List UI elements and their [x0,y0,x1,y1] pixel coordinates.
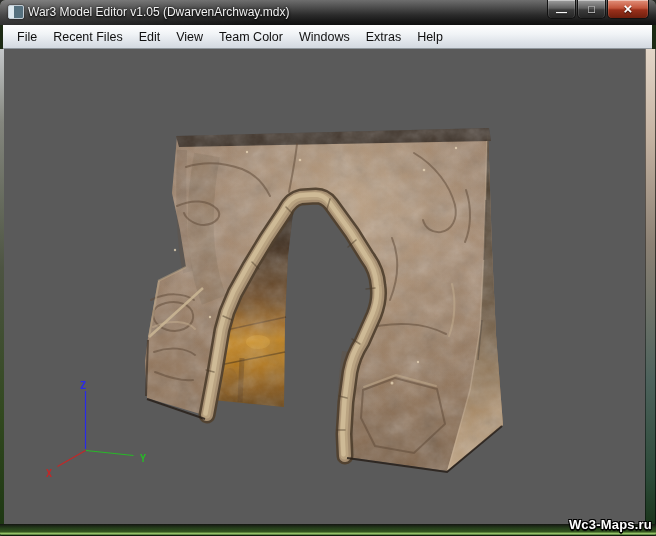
minimize-button[interactable]: — [547,0,576,19]
maximize-button[interactable]: □ [577,0,606,19]
menu-file[interactable]: File [9,27,45,47]
window-frame-right [645,49,656,536]
menu-extras[interactable]: Extras [358,27,409,47]
viewport-3d-canvas[interactable]: Z Y X [4,49,645,524]
dwarven-archway-model [135,118,515,486]
menu-help[interactable]: Help [409,27,451,47]
menu-team-color[interactable]: Team Color [211,27,291,47]
close-button[interactable]: × [607,0,649,19]
menubar: File Recent Files Edit View Team Color W… [3,25,652,49]
axis-x-label: X [46,468,52,479]
window-frame-bottom [0,524,656,536]
watermark: Wc3-Maps.ru [569,517,652,532]
menu-windows[interactable]: Windows [291,27,358,47]
app-icon [8,5,24,19]
window-title: War3 Model Editor v1.05 (DwarvenArchway.… [28,5,289,19]
maximize-icon: □ [588,4,595,15]
axis-x-line [58,451,86,467]
axis-z-label: Z [80,380,86,391]
app-window: War3 Model Editor v1.05 (DwarvenArchway.… [0,0,656,536]
minimize-icon: — [556,7,567,18]
menu-recent-files[interactable]: Recent Files [45,27,130,47]
axis-y-line [86,451,134,456]
axis-y-label: Y [140,453,146,464]
close-icon: × [624,1,633,16]
titlebar[interactable]: War3 Model Editor v1.05 (DwarvenArchway.… [0,0,656,25]
menu-view[interactable]: View [168,27,211,47]
axis-gizmo: Z Y X [46,380,146,479]
menu-edit[interactable]: Edit [131,27,169,47]
